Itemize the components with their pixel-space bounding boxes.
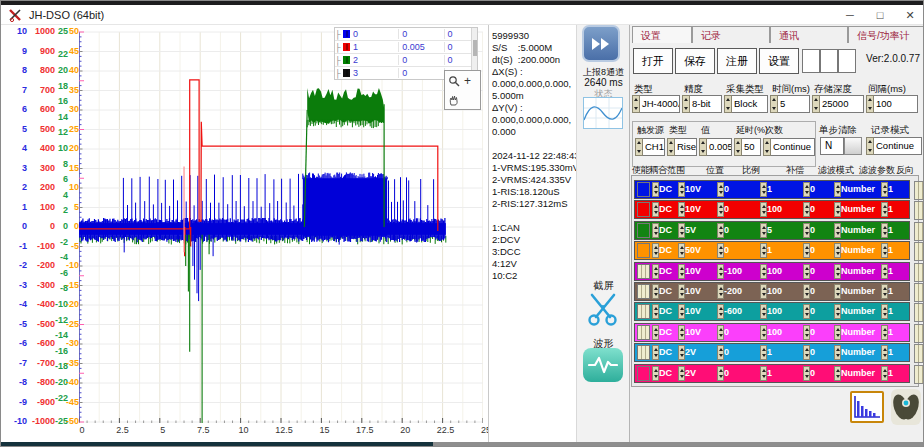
channel-param[interactable]: 1 <box>888 242 906 259</box>
tab-1[interactable]: 设置 <box>632 26 692 43</box>
channel-position[interactable]: 0 <box>724 365 754 382</box>
spinner-icon[interactable] <box>834 202 841 217</box>
channel-filter[interactable]: Number <box>841 303 879 320</box>
channel-coupling[interactable]: DC <box>659 242 676 259</box>
channel-scale[interactable]: 1 <box>767 365 797 382</box>
spinner-icon[interactable] <box>803 345 810 360</box>
spinner-icon[interactable] <box>652 325 659 340</box>
spinner-icon[interactable] <box>760 243 767 258</box>
histogram-view-button[interactable] <box>850 391 884 423</box>
spinner-icon[interactable] <box>834 325 841 340</box>
channel-row[interactable]: DC5V050Number1 <box>634 221 910 240</box>
spinner-icon[interactable] <box>678 243 685 258</box>
channel-range[interactable]: 50V <box>685 242 711 259</box>
spinner-icon[interactable] <box>881 264 888 279</box>
field-input[interactable]: 5 <box>770 95 810 113</box>
channel-coupling[interactable]: DC <box>659 263 676 280</box>
channel-range[interactable]: 10V <box>685 181 711 198</box>
tab-2[interactable]: 记录 <box>692 26 770 43</box>
spinner-icon[interactable] <box>717 304 724 319</box>
channel-invert-toggle[interactable] <box>914 365 924 384</box>
field-input[interactable]: 25000 <box>812 95 864 113</box>
channel-param[interactable]: 1 <box>888 303 906 320</box>
channel-row[interactable]: DC2V010Number1 <box>634 364 910 383</box>
spinner-icon[interactable] <box>717 202 724 217</box>
channel-filter[interactable]: Number <box>841 242 879 259</box>
channel-comp[interactable]: 0 <box>810 181 832 198</box>
channel-coupling[interactable]: DC <box>659 365 676 382</box>
channel-invert-toggle[interactable] <box>914 303 924 322</box>
channel-row[interactable]: DC10V-6001000Number1 <box>634 302 910 321</box>
spinner-icon[interactable] <box>678 284 685 299</box>
spinner-icon[interactable] <box>734 138 742 156</box>
field-input[interactable]: 8-bit <box>682 95 722 113</box>
bottom-scrollbar[interactable] <box>1 442 924 447</box>
trigger-input[interactable]: Rise <box>667 138 697 156</box>
waveform-canvas[interactable] <box>79 31 483 423</box>
legend-row[interactable]: ├000 <box>335 28 472 41</box>
channel-enable-toggle[interactable] <box>637 223 650 238</box>
spinner-icon[interactable] <box>881 304 888 319</box>
zoom-in-tool[interactable]: + <box>445 71 480 90</box>
spinner-icon[interactable] <box>760 325 767 340</box>
channel-comp[interactable]: 0 <box>810 283 832 300</box>
spinner-icon[interactable] <box>803 284 810 299</box>
spinner-icon[interactable] <box>760 202 767 217</box>
spinner-icon[interactable] <box>678 202 685 217</box>
channel-scale[interactable]: 1 <box>767 242 797 259</box>
channel-scale[interactable]: 5 <box>767 222 797 239</box>
channel-range[interactable]: 10V <box>685 263 711 280</box>
channel-enable-toggle[interactable] <box>637 243 650 258</box>
channel-position[interactable]: 0 <box>724 181 754 198</box>
channel-invert-toggle[interactable] <box>914 181 924 200</box>
spinner-icon[interactable] <box>834 284 841 299</box>
spinner-icon[interactable] <box>834 264 841 279</box>
spinner-icon[interactable] <box>760 264 767 279</box>
channel-filter[interactable]: Number <box>841 365 879 382</box>
channel-scale[interactable]: 100 <box>767 201 797 218</box>
channel-position[interactable]: 0 <box>724 242 754 259</box>
spinner-icon[interactable] <box>881 182 888 197</box>
spinner-icon[interactable] <box>803 325 810 340</box>
channel-range[interactable]: 2V <box>685 365 711 382</box>
channel-comp[interactable]: 0 <box>810 365 832 382</box>
channel-comp[interactable]: 0 <box>810 263 832 280</box>
channel-enable-toggle[interactable] <box>637 284 650 299</box>
trigger-input[interactable]: 50 <box>734 138 761 156</box>
trigger-input[interactable]: CH1 <box>635 138 665 156</box>
trigger-input[interactable]: Continue <box>763 138 815 156</box>
spinner-icon[interactable] <box>760 182 767 197</box>
run-fast-forward-button[interactable] <box>582 25 620 62</box>
spinner-icon[interactable] <box>652 366 659 381</box>
channel-enable-toggle[interactable] <box>637 325 650 340</box>
spinner-icon[interactable] <box>834 182 841 197</box>
channel-param[interactable]: 1 <box>888 263 906 280</box>
channel-filter[interactable]: Number <box>841 324 879 341</box>
spinner-icon[interactable] <box>717 345 724 360</box>
channel-coupling[interactable]: DC <box>659 283 676 300</box>
channel-scale[interactable]: 100 <box>767 324 797 341</box>
channel-range[interactable]: 2V <box>685 344 711 361</box>
channel-row[interactable]: DC10V01000Number1 <box>634 200 910 219</box>
spinner-icon[interactable] <box>770 95 778 113</box>
channel-filter[interactable]: Number <box>841 222 879 239</box>
spinner-icon[interactable] <box>717 264 724 279</box>
single-step-clear-value[interactable]: N <box>820 137 844 155</box>
channel-param[interactable]: 1 <box>888 181 906 198</box>
channel-enable-toggle[interactable] <box>637 264 650 279</box>
channel-range[interactable]: 10V <box>685 283 711 300</box>
channel-enable-toggle[interactable] <box>637 345 650 360</box>
channel-filter[interactable]: Number <box>841 181 879 198</box>
minimize-button[interactable]: ─ <box>835 5 865 25</box>
channel-filter[interactable]: Number <box>841 283 879 300</box>
spinner-icon[interactable] <box>678 264 685 279</box>
spinner-icon[interactable] <box>724 95 732 113</box>
spinner-icon[interactable] <box>760 284 767 299</box>
channel-range[interactable]: 10V <box>685 324 711 341</box>
spinner-icon[interactable] <box>760 345 767 360</box>
channel-param[interactable]: 1 <box>888 344 906 361</box>
spinner-icon[interactable] <box>717 223 724 238</box>
spinner-icon[interactable] <box>812 95 820 113</box>
channel-comp[interactable]: 0 <box>810 222 832 239</box>
spinner-icon[interactable] <box>678 304 685 319</box>
